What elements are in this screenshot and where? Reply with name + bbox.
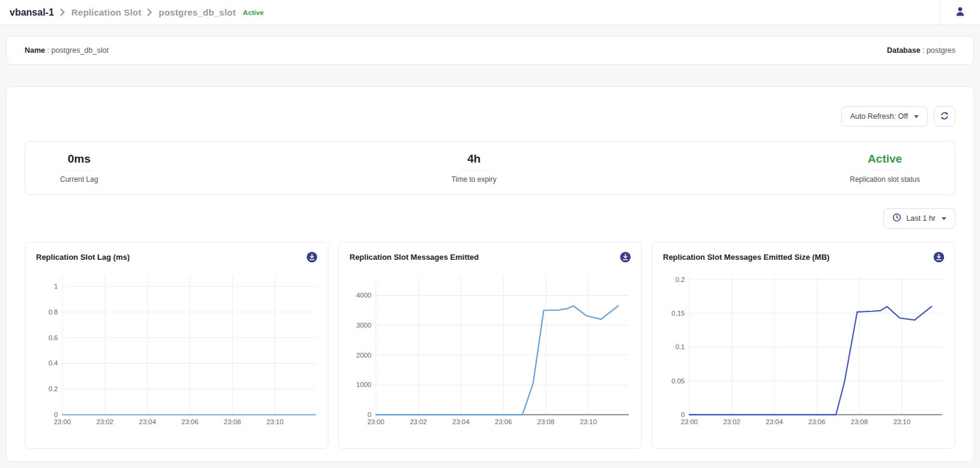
download-chart-icon[interactable]	[306, 251, 318, 263]
svg-text:23:10: 23:10	[580, 418, 597, 425]
divider	[460, 170, 488, 171]
slot-database-label: Database	[887, 46, 921, 55]
chevron-down-icon	[914, 115, 919, 118]
svg-text:23:02: 23:02	[97, 418, 113, 425]
breadcrumb-cluster[interactable]: vbansal-1	[10, 7, 54, 18]
svg-text:23:00: 23:00	[368, 418, 384, 425]
svg-text:23:06: 23:06	[495, 418, 512, 425]
top-navigation-bar: vbansal-1 Replication Slot postgres_db_s…	[0, 0, 980, 25]
slot-status-badge: Active	[243, 9, 264, 16]
svg-text:0.05: 0.05	[671, 377, 685, 385]
chevron-down-icon	[942, 217, 946, 220]
slot-status-label: Replication slot status	[850, 175, 920, 184]
summary-strip: 0ms Current Lag 4h Time to expiry Active…	[25, 141, 955, 195]
charts-grid: Replication Slot Lag (ms) 23:0023:0223:0…	[25, 242, 955, 449]
svg-text:0.15: 0.15	[671, 310, 685, 317]
auto-refresh-dropdown[interactable]: Auto Refresh: Off	[841, 106, 928, 127]
metric-time-to-expiry: 4h Time to expiry	[452, 152, 497, 184]
svg-text:3000: 3000	[356, 322, 371, 329]
svg-text:23:04: 23:04	[766, 418, 782, 425]
chevron-right-icon	[147, 8, 153, 16]
svg-text:0: 0	[54, 411, 58, 418]
svg-text:0.1: 0.1	[676, 343, 685, 350]
svg-text:0: 0	[681, 411, 685, 418]
user-icon[interactable]	[954, 5, 967, 20]
breadcrumb-section[interactable]: Replication Slot	[71, 7, 142, 17]
svg-text:23:08: 23:08	[537, 418, 554, 425]
slot-info-card: Name : postgres_db_slot Database : postg…	[6, 36, 974, 65]
svg-text:1: 1	[54, 283, 58, 290]
time-range-toolbar: Last 1 hr	[25, 208, 955, 229]
chart-title: Replication Slot Lag (ms)	[36, 253, 130, 262]
svg-text:23:06: 23:06	[181, 418, 198, 425]
svg-text:2000: 2000	[356, 352, 371, 359]
chevron-right-icon	[60, 8, 65, 16]
svg-text:23:08: 23:08	[851, 418, 868, 425]
breadcrumb-slot-name: postgres_db_slot	[159, 7, 235, 17]
svg-text:23:00: 23:00	[681, 418, 698, 425]
slot-name-field: Name : postgres_db_slot	[25, 46, 109, 55]
svg-text:23:04: 23:04	[452, 418, 469, 425]
current-lag-value: 0ms	[60, 152, 98, 166]
time-range-dropdown[interactable]: Last 1 hr	[883, 208, 955, 229]
time-to-expiry-label: Time to expiry	[452, 175, 497, 184]
refresh-toolbar: Auto Refresh: Off	[25, 87, 955, 127]
chart-title: Replication Slot Messages Emitted Size (…	[663, 253, 829, 262]
slot-name-value: postgres_db_slot	[51, 46, 108, 55]
chart-plot-area: 23:0023:0223:0423:0623:0823:1000.20.40.6…	[25, 267, 328, 434]
current-lag-label: Current Lag	[60, 175, 98, 184]
download-chart-icon[interactable]	[933, 251, 945, 263]
svg-text:23:02: 23:02	[724, 418, 740, 425]
slot-name-label: Name	[25, 46, 45, 55]
refresh-icon	[940, 111, 949, 122]
svg-text:23:00: 23:00	[54, 418, 71, 425]
svg-text:0.4: 0.4	[49, 359, 58, 367]
svg-text:23:02: 23:02	[410, 418, 427, 425]
chart-card-messages-emitted: Replication Slot Messages Emitted 23:002…	[338, 242, 642, 449]
user-menu[interactable]	[940, 0, 980, 25]
svg-text:0.8: 0.8	[49, 308, 58, 316]
divider	[65, 170, 93, 171]
svg-text:0.6: 0.6	[49, 334, 58, 341]
svg-text:0: 0	[368, 411, 371, 418]
time-to-expiry-value: 4h	[452, 152, 497, 166]
svg-text:23:04: 23:04	[139, 418, 156, 425]
chart-plot-area: 23:0023:0223:0423:0623:0823:1000.050.10.…	[652, 267, 955, 434]
svg-text:23:08: 23:08	[224, 418, 241, 425]
svg-text:0.2: 0.2	[49, 385, 58, 392]
metrics-panel: Auto Refresh: Off 0ms Current Lag 4h Tim…	[6, 86, 974, 462]
chart-plot-area: 23:0023:0223:0423:0623:0823:100100020003…	[339, 267, 641, 434]
svg-text:4000: 4000	[356, 292, 371, 299]
clock-icon	[892, 213, 901, 224]
metric-slot-status: Active Replication slot status	[850, 152, 920, 184]
slot-database-value: postgres	[927, 46, 955, 55]
chart-title: Replication Slot Messages Emitted	[349, 253, 479, 262]
divider	[871, 170, 899, 171]
svg-text:1000: 1000	[356, 381, 371, 388]
breadcrumb: vbansal-1 Replication Slot postgres_db_s…	[10, 7, 264, 18]
svg-text:23:06: 23:06	[808, 418, 825, 425]
chart-card-replication-slot-lag: Replication Slot Lag (ms) 23:0023:0223:0…	[25, 242, 328, 449]
slot-status-value: Active	[850, 152, 920, 166]
chart-card-messages-emitted-size: Replication Slot Messages Emitted Size (…	[652, 242, 955, 449]
slot-database-field: Database : postgres	[887, 46, 955, 55]
svg-text:23:10: 23:10	[894, 418, 910, 425]
svg-text:23:10: 23:10	[267, 418, 283, 425]
svg-text:0.2: 0.2	[676, 276, 685, 283]
refresh-button[interactable]	[934, 106, 955, 127]
metric-current-lag: 0ms Current Lag	[60, 152, 98, 184]
download-chart-icon[interactable]	[619, 251, 632, 263]
